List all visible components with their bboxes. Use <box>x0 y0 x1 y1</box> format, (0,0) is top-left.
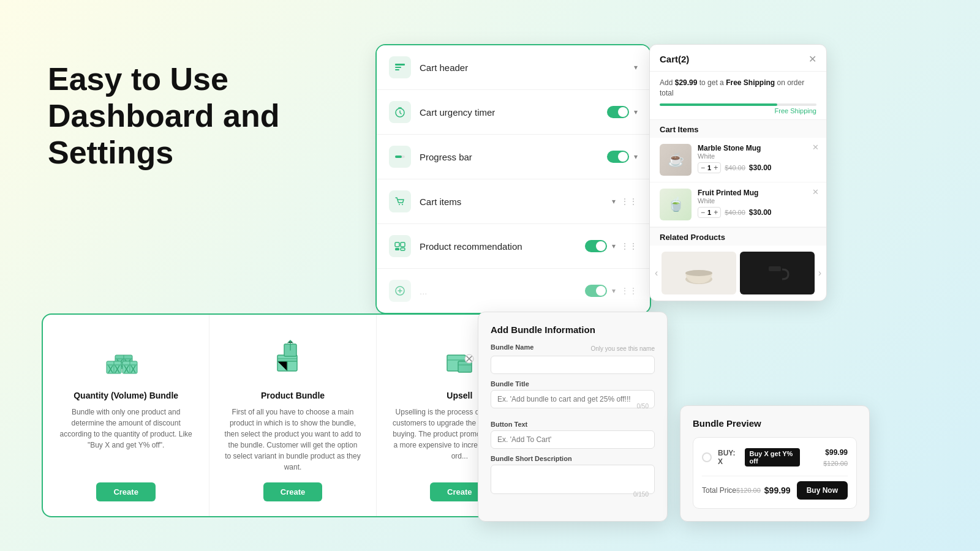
preview-price-new: $99.99 <box>825 448 848 457</box>
qty2-increase-btn[interactable]: + <box>714 208 718 217</box>
cart-preview-title: Cart(2) <box>660 54 689 64</box>
progress-bar-fill <box>660 103 777 106</box>
cart-items-icon <box>389 190 411 212</box>
bundle-desc-counter: 0/150 <box>633 491 649 498</box>
progress-bar-icon <box>389 146 411 168</box>
progress-bar-label-text: Free Shipping <box>660 107 816 114</box>
bundle-modal-title: Add Bundle Information <box>491 324 655 335</box>
cart-item-2-price-new: $30.00 <box>749 208 772 217</box>
cart-item-1-image: ☕ <box>660 144 692 176</box>
quantity-bundle-name: Quantity (Volume) Bundle <box>74 391 178 400</box>
bottom-bundle-section: Quantity (Volume) Bundle Bundle with onl… <box>42 313 544 517</box>
bundle-name-label: Bundle Name <box>491 343 533 351</box>
cart-item-2-image: 🍵 <box>660 189 692 220</box>
related-prev-btn[interactable]: ‹ <box>655 268 658 279</box>
extra-row-chevron[interactable]: ▾ <box>612 287 616 295</box>
extra-row-toggle[interactable] <box>585 285 607 297</box>
qty-increase-btn[interactable]: + <box>714 163 718 172</box>
dashboard-row-cart-header: Cart header ▾ <box>377 45 650 90</box>
cart-header-icon <box>389 56 411 78</box>
dashboard-panel: Cart header ▾ Cart urgency timer ▾ Progr <box>375 44 651 314</box>
progress-bar-toggle[interactable] <box>607 151 629 163</box>
cart-item-1-qty-ctrl: − 1 + <box>698 162 721 173</box>
cart-item-2-remove[interactable]: ✕ <box>812 187 819 197</box>
cart-item-1-info: Marble Stone Mug White − 1 + $40.00 $30.… <box>698 144 816 173</box>
qty2-decrease-btn[interactable]: − <box>701 208 705 217</box>
cart-close-button[interactable]: ✕ <box>809 53 816 65</box>
progress-bar-controls: ▾ <box>607 151 638 163</box>
cart-item: ☕ Marble Stone Mug White − 1 + $40.00 $3… <box>650 138 826 182</box>
product-bundle-create-btn[interactable]: Create <box>263 482 322 501</box>
hero-title: Easy to Use Dashboard and Settings <box>48 61 280 171</box>
extra-row-icon <box>389 280 411 302</box>
preview-product-label: BUY: X <box>718 449 739 466</box>
svg-rect-8 <box>395 242 399 247</box>
qty-decrease-btn[interactable]: − <box>701 163 705 172</box>
preview-total-new: $99.99 <box>764 485 791 495</box>
preview-radio[interactable] <box>702 452 712 462</box>
svg-rect-0 <box>395 64 405 66</box>
cart-item-1-remove[interactable]: ✕ <box>812 143 819 152</box>
cart-header-chevron[interactable]: ▾ <box>634 63 638 72</box>
cart-item-1-variant: White <box>698 152 816 160</box>
bundle-name-input[interactable] <box>491 356 655 374</box>
svg-rect-16 <box>769 266 781 271</box>
urgency-timer-chevron[interactable]: ▾ <box>634 108 638 116</box>
product-bundle-desc: First of all you have to choose a main p… <box>224 407 361 473</box>
cart-item-2-name: Fruit Printed Mug <box>698 189 816 197</box>
preview-buy-btn[interactable]: Buy Now <box>797 481 848 500</box>
bundle-desc-wrap: 0/150 <box>491 465 655 503</box>
cart-item-2-price-row: − 1 + $40.00 $30.00 <box>698 207 816 218</box>
svg-rect-2 <box>395 69 399 70</box>
quantity-bundle-create-btn[interactable]: Create <box>96 482 155 501</box>
bundle-desc-label: Bundle Short Description <box>491 455 655 462</box>
cart-items-drag[interactable]: ⋮⋮ <box>620 197 638 206</box>
svg-rect-10 <box>395 248 399 250</box>
product-rec-drag[interactable]: ⋮⋮ <box>620 241 638 251</box>
product-rec-icon <box>389 235 411 257</box>
product-rec-controls: ▾ ⋮⋮ <box>585 240 638 252</box>
qty2-value: 1 <box>707 209 711 216</box>
svg-rect-1 <box>395 67 401 68</box>
cart-items-chevron[interactable]: ▾ <box>612 197 616 206</box>
bundle-title-input[interactable] <box>491 390 655 408</box>
extra-row-drag[interactable]: ⋮⋮ <box>620 286 638 296</box>
preview-prices: $99.99 $120.00 <box>806 446 848 468</box>
dashboard-row-urgency-timer: Cart urgency timer ▾ <box>377 90 650 135</box>
related-products-title: Related Products <box>650 227 826 246</box>
progress-bar-bg <box>660 103 816 106</box>
extra-row-label: ... <box>420 286 576 296</box>
progress-bar-label: Progress bar <box>420 152 598 162</box>
svg-rect-9 <box>401 242 405 247</box>
bundle-desc-textarea[interactable] <box>491 465 655 494</box>
svg-rect-11 <box>401 248 405 250</box>
cart-items-label: Cart items <box>420 197 603 207</box>
bundle-title-wrap: 0/50 <box>491 390 655 414</box>
upsell-icon <box>435 332 484 381</box>
progress-bar-chevron[interactable]: ▾ <box>634 152 638 161</box>
product-rec-chevron[interactable]: ▾ <box>612 242 616 250</box>
quantity-bundle-card: Quantity (Volume) Bundle Bundle with onl… <box>43 315 209 516</box>
preview-product-row: BUY: X Buy X get Y% off $99.99 $120.00 <box>702 446 848 468</box>
cart-item-2-price-old: $40.00 <box>725 209 745 216</box>
button-text-input[interactable] <box>491 430 655 449</box>
cart-header-label: Cart header <box>420 62 625 73</box>
bundle-title-counter: 0/50 <box>637 403 649 410</box>
related-products-row: ‹ › <box>650 246 826 301</box>
dashboard-row-progress-bar: Progress bar ▾ <box>377 135 650 179</box>
product-bundle-name: Product Bundle <box>261 391 325 400</box>
bundle-preview-panel: Bundle Preview BUY: X Buy X get Y% off $… <box>680 405 870 522</box>
cart-item-2-qty-ctrl: − 1 + <box>698 207 721 218</box>
preview-total-prices: $120.00 $99.99 <box>736 485 791 495</box>
product-rec-toggle[interactable] <box>585 240 607 252</box>
preview-price-old: $120.00 <box>823 460 848 467</box>
upsell-name: Upsell <box>447 391 472 400</box>
related-next-btn[interactable]: › <box>818 268 821 279</box>
urgency-timer-toggle[interactable] <box>607 106 629 118</box>
cart-header-controls: ▾ <box>634 63 638 72</box>
cart-item-2-variant: White <box>698 197 816 204</box>
cart-item-1-name: Marble Stone Mug <box>698 144 816 152</box>
button-text-label: Button Text <box>491 421 655 428</box>
quantity-bundle-icon <box>102 332 151 381</box>
cart-item-1-price-row: − 1 + $40.00 $30.00 <box>698 162 816 173</box>
